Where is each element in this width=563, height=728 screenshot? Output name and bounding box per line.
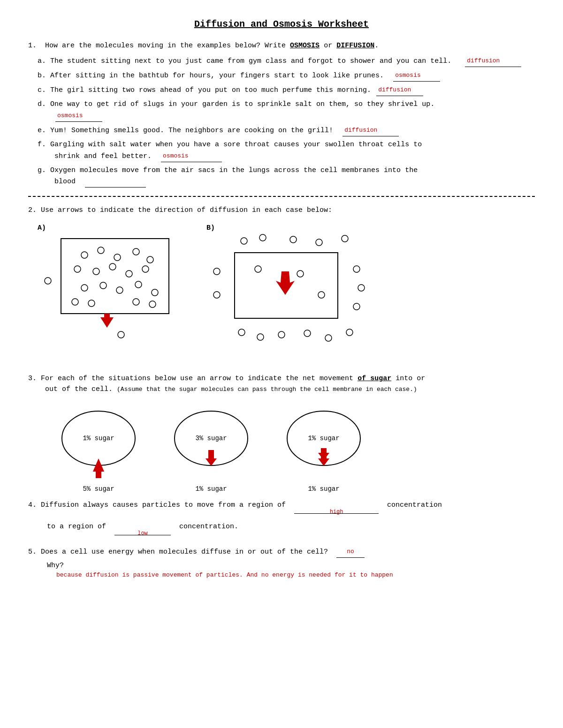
list-item: e. Yum! Something smells good. The neigh…: [38, 125, 535, 136]
section4-line1: 4. Diffusion always causes particles to …: [28, 497, 535, 514]
svg-point-9: [126, 270, 132, 277]
svg-point-6: [74, 266, 81, 272]
section1-question: 1. How are the molecules moving in the e…: [28, 41, 535, 52]
svg-point-36: [278, 331, 285, 338]
svg-point-18: [133, 299, 139, 305]
svg-point-14: [135, 281, 142, 288]
section1: 1. How are the molecules moving in the e…: [28, 41, 535, 188]
section5-question: 5. Does a cell use energy when molecules…: [28, 547, 535, 558]
svg-point-19: [149, 301, 156, 308]
svg-text:1% sugar: 1% sugar: [83, 435, 114, 442]
svg-point-40: [255, 266, 261, 272]
section2: 2. Use arrows to indicate the direction …: [28, 205, 535, 366]
svg-point-2: [98, 247, 104, 254]
diagrams-row: A): [38, 224, 535, 365]
svg-point-5: [147, 256, 153, 263]
svg-text:3% sugar: 3% sugar: [195, 435, 227, 442]
section1-items: a. The student sitting next to you just …: [38, 55, 535, 188]
svg-point-28: [342, 235, 348, 242]
svg-point-37: [304, 330, 311, 337]
svg-point-10: [142, 266, 149, 272]
section5: 5. Does a cell use energy when molecules…: [28, 547, 535, 578]
section3-question: 3. For each of the situations below use …: [28, 374, 535, 395]
divider: [28, 196, 535, 197]
svg-point-30: [213, 292, 220, 298]
svg-point-35: [257, 334, 264, 340]
list-item: c. The girl sitting two rows ahead of yo…: [38, 84, 535, 96]
svg-point-17: [88, 300, 95, 307]
svg-point-27: [316, 239, 322, 246]
list-item: f. Gargling with salt water when you hav…: [38, 139, 535, 162]
svg-point-20: [45, 278, 51, 284]
page-title: Diffusion and Osmosis Worksheet: [28, 19, 535, 30]
diagram-b-svg: [206, 234, 375, 365]
svg-point-41: [297, 270, 304, 277]
svg-point-7: [93, 268, 99, 275]
svg-point-26: [290, 236, 297, 243]
svg-point-8: [109, 263, 116, 270]
answer-d: osmosis: [55, 110, 102, 122]
list-item: b. After sitting in the bathtub for hour…: [38, 70, 535, 82]
section5-why-answer: because diffusion is passive movement of…: [56, 571, 535, 578]
svg-point-16: [72, 299, 78, 305]
svg-point-31: [353, 266, 360, 272]
answer-g: [85, 187, 146, 188]
answer-a: diffusion: [465, 55, 521, 67]
section2-question: 2. Use arrows to indicate the direction …: [28, 205, 535, 216]
svg-point-24: [241, 238, 247, 244]
answer-e: diffusion: [342, 125, 399, 136]
cell1-svg: 1% sugar: [56, 403, 141, 488]
svg-point-12: [100, 282, 107, 289]
cell-1: 1% sugar 5% sugar: [56, 403, 141, 488]
svg-marker-21: [100, 314, 114, 328]
svg-point-39: [346, 329, 353, 336]
cell-3: 1% sugar 1% sugar: [282, 403, 366, 488]
answer-c: diffusion: [376, 84, 423, 96]
section5-why: Why?: [47, 562, 535, 570]
svg-point-33: [353, 303, 360, 310]
svg-point-4: [133, 248, 139, 255]
list-item: g. Oxygen molecules move from the air sa…: [38, 165, 535, 188]
cells-row: 1% sugar 5% sugar 3% sugar 1% sugar: [56, 403, 535, 488]
section3: 3. For each of the situations below use …: [28, 374, 535, 488]
svg-point-13: [116, 287, 123, 293]
section4-line2: to a region of low concentration.: [47, 518, 535, 535]
svg-text:1% sugar: 1% sugar: [308, 435, 339, 442]
svg-point-34: [238, 329, 245, 336]
answer-high: high: [294, 509, 379, 514]
list-item: d. One way to get rid of slugs in your g…: [38, 99, 535, 122]
answer-f: osmosis: [161, 150, 222, 162]
svg-point-29: [213, 268, 220, 275]
diagram-a-svg: [38, 234, 178, 356]
answer-low: low: [114, 531, 171, 535]
cell2-svg: 3% sugar: [169, 403, 253, 488]
diagram-b-label: B): [206, 224, 375, 232]
svg-point-1: [81, 252, 88, 258]
svg-point-15: [152, 289, 158, 296]
svg-point-25: [259, 234, 266, 241]
diagram-a: A): [38, 224, 178, 356]
list-item: a. The student sitting next to you just …: [38, 55, 535, 67]
cell3-svg: 1% sugar: [282, 403, 366, 488]
svg-point-32: [358, 285, 365, 291]
svg-point-11: [81, 285, 88, 291]
svg-point-3: [114, 254, 121, 261]
answer-no: no: [336, 547, 365, 558]
cell-2: 3% sugar 1% sugar: [169, 403, 253, 488]
answer-b: osmosis: [393, 70, 440, 82]
diagram-a-label: A): [38, 224, 178, 232]
svg-point-38: [325, 335, 332, 341]
svg-point-42: [318, 292, 325, 298]
svg-point-22: [118, 331, 124, 338]
diagram-b: B): [206, 224, 375, 365]
section4: 4. Diffusion always causes particles to …: [28, 497, 535, 535]
